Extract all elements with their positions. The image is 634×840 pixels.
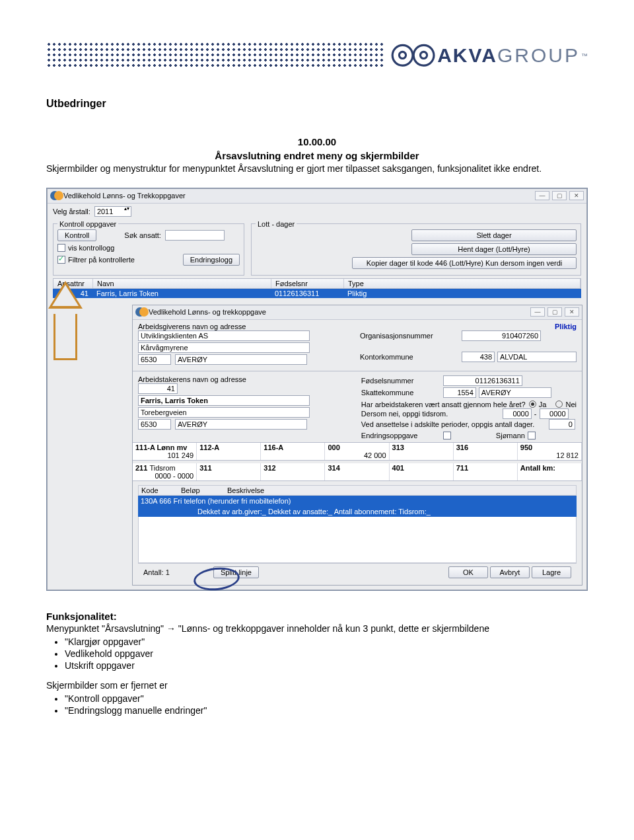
kontroll-group: Kontroll oppgaver Kontroll Søk ansatt: v… xyxy=(53,220,244,276)
employee-table-row[interactable]: 41 Farris, Larris Token 01126136311 Plik… xyxy=(53,289,581,298)
antall-dager-input[interactable]: 0 xyxy=(549,419,575,430)
list-item: "Klargjør oppgaver" xyxy=(65,636,588,647)
maximize-button[interactable]: ▢ xyxy=(552,191,567,200)
slett-dager-button[interactable]: Slett dager xyxy=(411,229,577,241)
worker-zip-input[interactable]: 6530 xyxy=(138,419,171,430)
sum-row-1: 111-A Lønn mv101 249 112-A 116-A 00042 0… xyxy=(133,442,582,461)
removed-bullets: "Kontroll oppgaver" "Endringslogg manuel… xyxy=(65,693,588,716)
year-label: Velg årstall: xyxy=(53,208,90,215)
pliktig-label: Pliktig xyxy=(360,323,577,330)
window-trekkoppgaver: Vedlikehold Lønns- og Trekkoppgaver — ▢ … xyxy=(47,188,587,590)
maximize-button[interactable]: ▢ xyxy=(547,307,562,317)
worker-section-label: Arbeidstakerens navn og adresse xyxy=(138,375,349,383)
window-title: Vedlikehold Lønns- og Trekkoppgaver xyxy=(63,192,535,200)
kontor-nr-input[interactable]: 438 xyxy=(462,352,495,362)
funk-heading: Funksjonalitet: xyxy=(46,611,588,622)
kontroll-group-label: Kontroll oppgaver xyxy=(57,220,118,228)
tids2-input[interactable]: 0000 xyxy=(540,408,569,419)
close-button[interactable]: ✕ xyxy=(569,191,584,200)
section-title: Årsavslutning endret meny og skjermbilde… xyxy=(46,150,588,161)
employer-zip-input[interactable]: 6530 xyxy=(138,354,171,365)
detail-row[interactable]: 130A 666 Fri telefon (herunder fri mobil… xyxy=(138,496,577,506)
sok-label: Søk ansatt: xyxy=(124,231,161,239)
vis-kontrollogg-checkbox[interactable]: vis kontrollogg xyxy=(57,244,114,252)
fnr-input[interactable]: 01126136311 xyxy=(443,375,522,386)
lott-group-label: Lott - dager xyxy=(256,220,297,228)
orgnr-input[interactable]: 910407260 xyxy=(462,330,541,341)
minimize-button[interactable]: — xyxy=(535,191,549,200)
employer-section-label: Arbeidsgiverens navn og adresse xyxy=(138,323,348,330)
endringslogg-button[interactable]: Endringslogg xyxy=(183,254,240,266)
employer-name-input[interactable]: Utviklingsklienten AS xyxy=(138,330,310,341)
ja-radio[interactable] xyxy=(529,401,536,408)
removed-heading: Skjermbilder som er fjernet er xyxy=(46,680,588,691)
window-title: Vedlikehold Lønns- og trekkoppgave xyxy=(149,308,530,316)
lott-group: Lott - dager Slett dager Hent dager (Lot… xyxy=(251,220,581,276)
kontroll-button[interactable]: Kontroll xyxy=(57,229,96,241)
hent-dager-button[interactable]: Hent dager (Lott/Hyre) xyxy=(411,243,577,255)
year-spinner[interactable]: 2011 xyxy=(94,206,131,217)
detail-table-header: Kode Beløp Beskrivelse xyxy=(138,485,577,496)
list-item: Vedlikehold oppgaver xyxy=(65,648,588,659)
detail-row-sub[interactable]: Dekket av arb.giver:_ Dekket av ansatte:… xyxy=(138,506,577,517)
page-title: Utbedringer xyxy=(46,98,588,110)
list-item: "Kontroll oppgaver" xyxy=(65,693,588,704)
sum-row-2: 211 Tidsrom0000 - 0000 311 312 314 401 7… xyxy=(133,463,582,481)
app-icon xyxy=(135,307,145,317)
skatt-nr-input[interactable]: 1554 xyxy=(443,387,476,398)
funk-bullets: "Klargjør oppgaver" Vedlikehold oppgaver… xyxy=(65,636,588,671)
avbryt-button[interactable]: Avbryt xyxy=(490,566,530,578)
splitt-linje-button[interactable]: Splitt linje xyxy=(213,566,259,578)
lagre-button[interactable]: Lagre xyxy=(532,566,571,578)
worker-name-input[interactable]: Farris, Larris Token xyxy=(138,395,310,406)
list-item: "Endringslogg manuelle endringer" xyxy=(65,705,588,716)
list-item: Utskrift oppgaver xyxy=(65,660,588,671)
minimize-button[interactable]: — xyxy=(530,307,545,317)
worker-city-input[interactable]: AVERØY xyxy=(175,419,307,430)
worker-nr-input[interactable]: 41 xyxy=(138,383,178,394)
employer-city-input[interactable]: AVERØY xyxy=(175,354,307,365)
employer-addr-input[interactable]: Kårvågmyrene xyxy=(138,342,310,353)
header-dots xyxy=(46,42,384,69)
kopier-dager-button[interactable]: Kopier dager til kode 446 (Lott/Hyre) Ku… xyxy=(352,257,577,269)
tids1-input[interactable]: 0000 xyxy=(503,408,532,419)
section-number: 10.00.00 xyxy=(46,136,588,147)
window-trekkoppgave: Vedlikehold Lønns- og trekkoppgave — ▢ ✕… xyxy=(132,305,582,586)
employee-table-header: Ansattnr Navn Fødselsnr Type xyxy=(53,278,581,289)
skatt-name-input[interactable]: AVERØY xyxy=(479,387,551,398)
antall-label: Antall: xyxy=(143,568,164,576)
endringsoppgave-checkbox[interactable] xyxy=(443,432,451,439)
antall-value: 1 xyxy=(166,568,170,576)
sok-input[interactable] xyxy=(165,230,225,241)
worker-addr-input[interactable]: Torebergveien xyxy=(138,407,310,418)
nei-radio[interactable] xyxy=(555,401,563,408)
app-icon xyxy=(50,191,59,200)
sjomann-checkbox[interactable] xyxy=(528,432,536,439)
ok-button[interactable]: OK xyxy=(448,566,488,578)
detail-footer: Antall: 1 Splitt linje OK Avbryt Lagre xyxy=(138,563,577,581)
brand-logo: ⦾⦾ AKVA GROUP ™ xyxy=(391,39,588,73)
section-description: Skjermbilder og menystruktur for menypun… xyxy=(46,163,588,176)
embedded-screenshot: Vedlikehold Lønns- og Trekkoppgaver — ▢ … xyxy=(46,188,588,591)
kontor-name-input[interactable]: ALVDAL xyxy=(497,352,577,362)
funk-text: Menypunktet "Årsavslutning" → "Lønns- og… xyxy=(46,623,588,634)
page-header: ⦾⦾ AKVA GROUP ™ xyxy=(46,40,588,71)
close-button[interactable]: ✕ xyxy=(565,307,579,317)
filtrer-checkbox[interactable]: Filtrer på kontrollerte xyxy=(57,256,135,264)
